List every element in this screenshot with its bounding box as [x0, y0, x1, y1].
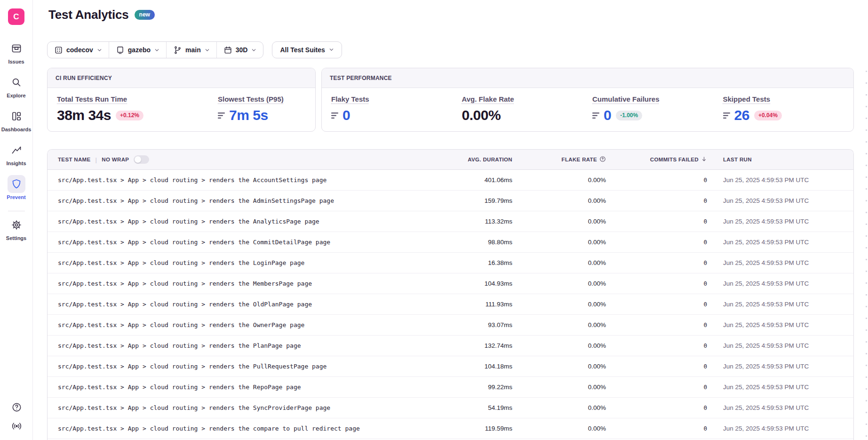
panel-body: Total Tests Run Time38m 34s+0.12%Slowest… [48, 88, 315, 123]
filter-codecov-dropdown[interactable]: codecov [48, 42, 109, 58]
table-row: src/App.test.tsx > App > cloud routing >… [48, 398, 853, 418]
test-name: src/App.test.tsx > App > cloud routing >… [48, 218, 465, 225]
commits-failed: 0 [606, 384, 707, 391]
panel-title: CI RUN EFFICIENCY [48, 68, 315, 88]
filter-segment-group: codecovgazebomain30D [47, 41, 263, 58]
chevron-down-icon [205, 48, 210, 53]
metric-label[interactable]: Cumulative Failures [592, 95, 660, 103]
last-run-column-header[interactable]: LAST RUN [707, 157, 853, 162]
table-row: src/App.test.tsx > App > cloud routing >… [48, 315, 853, 336]
flake-rate: 0.00% [512, 342, 606, 349]
test-suites-dropdown[interactable]: All Test Suites [272, 41, 342, 58]
test-name: src/App.test.tsx > App > cloud routing >… [48, 301, 465, 308]
avg-duration: 132.74ms [465, 342, 512, 349]
scrollbar[interactable] [866, 71, 867, 438]
avg-duration: 119.59ms [465, 425, 512, 432]
sidebar-item-settings[interactable]: Settings [0, 216, 32, 248]
chevron-down-icon [329, 46, 334, 54]
test-name-column-header: TEST NAME [58, 157, 91, 162]
info-icon[interactable] [599, 156, 606, 163]
filter-icon[interactable] [331, 112, 339, 119]
column-label: FLAKE RATE [562, 157, 597, 162]
metric: Slowest Tests (P95)7m 5s [218, 95, 284, 123]
no-wrap-toggle[interactable] [134, 155, 149, 164]
help-icon[interactable] [11, 402, 22, 413]
filter-main-dropdown[interactable]: main [167, 42, 217, 58]
metric-value: 38m 34s [57, 107, 111, 123]
ci-run-efficiency-panel: CI RUN EFFICIENCY Total Tests Run Time38… [47, 68, 316, 132]
metric-value[interactable]: 0 [342, 107, 350, 123]
test-suites-label: All Test Suites [280, 46, 325, 54]
sidebar-item-insights[interactable]: Insights [0, 141, 32, 173]
nav-icon-pill [8, 40, 25, 57]
metric-value[interactable]: 7m 5s [229, 107, 268, 123]
filter-icon[interactable] [592, 112, 600, 119]
sidebar-item-issues[interactable]: Issues [0, 40, 32, 72]
nav-icon-pill [8, 141, 25, 159]
trend-badge: -1.00% [616, 111, 642, 120]
nav-icon-pill [8, 216, 25, 234]
commits-failed: 0 [606, 176, 707, 184]
last-run: Jun 25, 2025 4:59:53 PM UTC [707, 321, 853, 328]
flake-rate: 0.00% [512, 218, 606, 225]
filter-icon[interactable] [723, 112, 731, 119]
sidebar-item-explore[interactable]: Explore [0, 73, 32, 105]
flake-rate: 0.00% [512, 280, 606, 287]
flake-rate-column-header[interactable]: FLAKE RATE [512, 156, 606, 163]
commits-failed: 0 [606, 218, 707, 225]
table-row: src/App.test.tsx > App > cloud routing >… [48, 273, 853, 294]
avg-duration: 159.79ms [465, 197, 512, 204]
metric-label[interactable]: Avg. Flake Rate [462, 95, 514, 103]
insights-icon [11, 144, 22, 156]
commits-failed-column-header[interactable]: COMMITS FAILED [606, 156, 707, 163]
shield-icon [11, 178, 22, 190]
chevron-down-icon [97, 48, 102, 53]
metric-label[interactable]: Skipped Tests [723, 95, 771, 103]
sidebar-item-label: Dashboards [1, 127, 32, 132]
last-run: Jun 25, 2025 4:59:53 PM UTC [707, 197, 853, 204]
metric-value: 0.00% [462, 107, 501, 123]
metric: Avg. Flake Rate0.00% [462, 95, 593, 123]
metric-label[interactable]: Total Tests Run Time [57, 95, 127, 103]
filter-30d-dropdown[interactable]: 30D [217, 42, 263, 58]
avg-duration-column-header[interactable]: AVG. DURATION [465, 157, 512, 162]
metric: Flaky Tests0 [331, 95, 462, 123]
last-run: Jun 25, 2025 4:59:53 PM UTC [707, 301, 853, 308]
broadcast-icon[interactable] [11, 421, 22, 432]
table-row: src/App.test.tsx > App > cloud routing >… [48, 191, 853, 211]
filter-gazebo-dropdown[interactable]: gazebo [109, 42, 167, 58]
metric-value[interactable]: 26 [734, 107, 749, 123]
metric-label[interactable]: Flaky Tests [331, 95, 369, 103]
commits-failed: 0 [606, 425, 707, 432]
test-name: src/App.test.tsx > App > cloud routing >… [48, 384, 465, 391]
test-name: src/App.test.tsx > App > cloud routing >… [48, 259, 465, 266]
sidebar-item-label: Prevent [7, 194, 25, 200]
table-body: src/App.test.tsx > App > cloud routing >… [48, 170, 853, 440]
commits-failed: 0 [606, 404, 707, 411]
filter-icon[interactable] [218, 112, 226, 119]
sidebar-item-prevent[interactable]: Prevent [0, 175, 32, 207]
commits-failed: 0 [606, 342, 707, 349]
test-name: src/App.test.tsx > App > cloud routing >… [48, 239, 465, 246]
test-name: src/App.test.tsx > App > cloud routing >… [48, 176, 465, 184]
table-row: src/App.test.tsx > App > cloud routing >… [48, 211, 853, 232]
sort-desc-icon [701, 156, 707, 163]
dashboards-icon [11, 111, 22, 122]
last-run: Jun 25, 2025 4:59:53 PM UTC [707, 218, 853, 225]
metric-label[interactable]: Slowest Tests (P95) [218, 95, 284, 103]
chevron-down-icon [251, 48, 256, 53]
avg-duration: 104.93ms [465, 280, 512, 287]
sidebar-divider [8, 211, 25, 211]
sidebar-item-dashboards[interactable]: Dashboards [0, 107, 32, 139]
metric: Skipped Tests26+0.04% [723, 95, 854, 123]
test-name: src/App.test.tsx > App > cloud routing >… [48, 404, 465, 411]
flake-rate: 0.00% [512, 239, 606, 246]
org-avatar[interactable]: C [8, 8, 24, 25]
table-header: TEST NAME | NO WRAP AVG. DURATION FLAKE … [48, 150, 853, 170]
search-icon [11, 77, 22, 88]
last-run: Jun 25, 2025 4:59:53 PM UTC [707, 239, 853, 246]
panel-body: Flaky Tests0Avg. Flake Rate0.00%Cumulati… [322, 88, 853, 123]
tests-table: TEST NAME | NO WRAP AVG. DURATION FLAKE … [47, 149, 854, 440]
metric-value[interactable]: 0 [604, 107, 611, 123]
last-run: Jun 25, 2025 4:59:53 PM UTC [707, 404, 853, 411]
